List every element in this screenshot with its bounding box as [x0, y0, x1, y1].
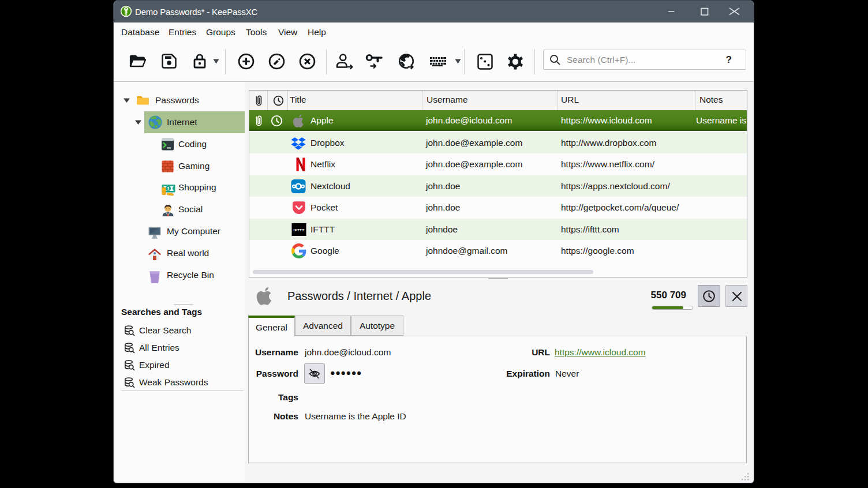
svg-text:1: 1	[167, 186, 170, 192]
svg-text:IFTTT: IFTTT	[294, 227, 305, 231]
